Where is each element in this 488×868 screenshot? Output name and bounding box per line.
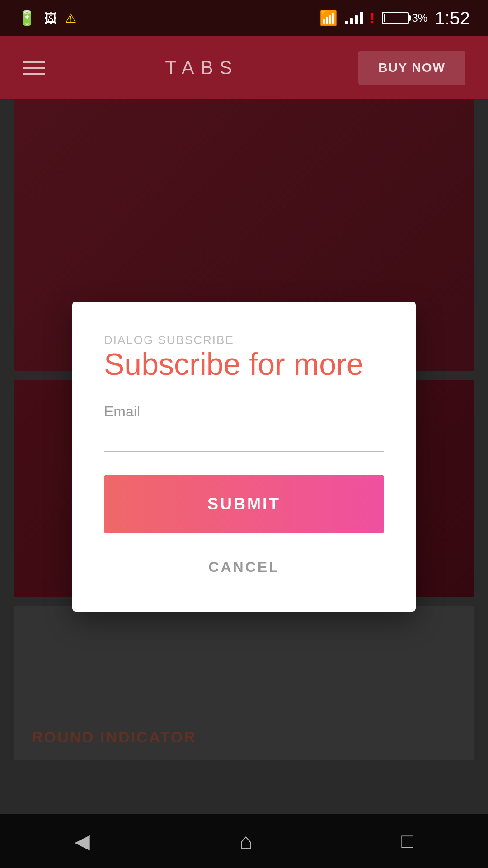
status-time: 1:52 [435,8,470,28]
subscribe-dialog: DIALOG SUBSCRIBE Subscribe for more Emai… [72,302,416,612]
warning-icon: ⚠ [65,11,76,26]
signal-icon [345,12,363,24]
status-bar: 🔋 🖼 ⚠ 📶 ! 3% 1:52 [0,0,488,36]
buy-now-button[interactable]: BUY NOW [358,51,465,85]
dialog-section-label: DIALOG SUBSCRIBE [104,333,234,347]
battery-indicator: 3% [382,12,427,24]
battery-low-icon: 🔋 [18,9,36,27]
battery-percent: 3% [412,12,427,24]
email-label: Email [104,403,384,420]
status-icons-right: 📶 ! 3% 1:52 [319,8,470,28]
navigation-bar: ◀ ⌂ □ [0,814,488,868]
menu-button[interactable] [23,61,45,75]
wifi-icon: 📶 [319,9,338,27]
email-input[interactable] [104,425,384,452]
back-button[interactable]: ◀ [75,830,90,853]
image-icon: 🖼 [44,11,57,26]
battery-fill [384,14,385,22]
battery-box [382,12,409,24]
exclamation-icon: ! [370,10,375,27]
status-icons-left: 🔋 🖼 ⚠ [18,9,76,27]
dialog-overlay: DIALOG SUBSCRIBE Subscribe for more Emai… [0,99,488,814]
dialog-title: Subscribe for more [104,347,384,381]
hamburger-line [23,67,45,69]
cancel-button[interactable]: CANCEL [104,550,384,585]
hamburger-line [23,61,45,63]
hamburger-line [23,73,45,75]
app-title: TABS [165,57,239,79]
submit-button[interactable]: SUBMIT [104,475,384,533]
home-button[interactable]: ⌂ [239,829,252,854]
app-bar: TABS BUY NOW [0,36,488,99]
recents-button[interactable]: □ [401,830,413,852]
